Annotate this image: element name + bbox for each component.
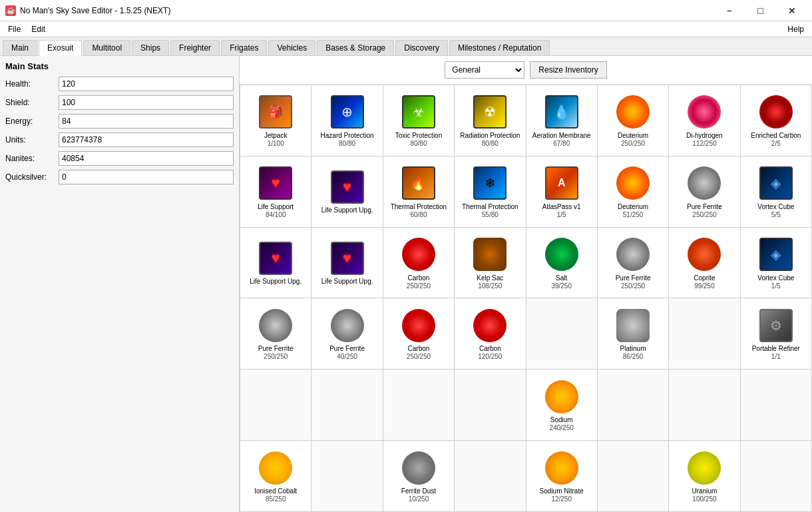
inventory-cell-15[interactable]: ◈ Vortex Cube 5/5 [741,156,812,228]
inventory-cell-23[interactable]: ◈ Vortex Cube 1/5 [741,228,812,299]
quicksilver-input[interactable] [59,170,234,184]
item-icon-42 [400,449,437,486]
inventory-cell-0[interactable]: 🎒 Jetpack 1/100 [240,85,311,156]
tab-freighter[interactable]: Freighter [170,40,220,55]
item-icon-36 [543,378,580,415]
inventory-cell-12[interactable]: A AtlasPass v1 1/5 [526,156,598,228]
menu-edit[interactable]: Edit [26,23,51,35]
minimize-button[interactable]: − [714,3,744,19]
inventory-cell-22[interactable]: Coprite 99/250 [669,228,740,299]
item-icon-16: ♥ [258,240,294,276]
menu-bar: File Edit Help [0,21,812,37]
tab-bar: Main Exosuit Multitool Ships Freighter F… [0,37,812,56]
item-count-19: 108/250 [478,282,502,290]
tab-multitool[interactable]: Multitool [83,40,130,55]
inventory-cell-6[interactable]: Di-hydrogen 112/250 [669,85,740,156]
inventory-cell-46[interactable]: Uranium 100/250 [669,441,740,512]
inventory-cell-19[interactable]: Kelp Sac 108/250 [455,228,526,299]
item-name-2: Toxic Protection [395,132,443,140]
inventory-cell-30[interactable] [669,298,740,370]
inventory-cell-29[interactable]: Platinum 86/250 [598,298,669,370]
item-name-18: Carbon [408,274,430,282]
inventory-cell-4[interactable]: 💧 Aeration Membrane 67/80 [526,85,598,156]
inventory-cell-35[interactable] [455,370,526,441]
item-name-42: Ferrite Dust [401,487,436,495]
inventory-cell-47[interactable] [741,441,812,512]
inventory-cell-33[interactable] [311,370,383,441]
item-icon-13 [615,165,652,202]
item-name-40: Ionised Cobalt [254,487,297,495]
inventory-cell-10[interactable]: 🔥 Thermal Protection 60/80 [383,156,455,228]
inventory-cell-31[interactable]: ⚙ Portable Refiner 1/1 [741,298,812,370]
title-bar: ☕ No Man's Sky Save Editor - 1.5.25 (NEX… [0,0,812,21]
inventory-cell-13[interactable]: Deuterium 51/250 [598,156,669,228]
inventory-cell-21[interactable]: Pure Ferrite 250/250 [598,228,669,299]
item-name-0: Jetpack [264,132,287,140]
inventory-cell-16[interactable]: ♥ Life Support Upg. [240,228,311,299]
tab-frigates[interactable]: Frigates [221,40,267,55]
inventory-type-dropdown[interactable]: General Cargo Technology [445,61,524,79]
inventory-cell-34[interactable] [383,370,455,441]
tab-milestones[interactable]: Milestones / Reputation [449,40,550,55]
inventory-cell-17[interactable]: ♥ Life Support Upg. [311,228,383,299]
inventory-cell-38[interactable] [669,370,740,441]
inventory-cell-1[interactable]: ⊕ Hazard Protection 80/80 [311,85,383,156]
item-count-29: 86/250 [623,353,644,360]
maximize-button[interactable]: □ [745,3,775,19]
inventory-cell-14[interactable]: Pure Ferrite 250/250 [669,156,740,228]
inventory-cell-39[interactable] [741,370,812,441]
inventory-cell-42[interactable]: Ferrite Dust 10/250 [383,441,455,512]
inventory-cell-2[interactable]: ☣ Toxic Protection 80/80 [383,85,455,156]
resize-inventory-button[interactable]: Resize Inventory [530,61,606,79]
tab-discovery[interactable]: Discovery [395,40,448,55]
tab-main[interactable]: Main [3,40,37,55]
inventory-cell-27[interactable]: Carbon 120/250 [455,298,526,370]
item-icon-29 [615,307,652,344]
item-count-13: 51/250 [623,211,644,218]
units-input[interactable] [59,132,234,147]
inventory-cell-45[interactable] [598,441,669,512]
tab-bases-storage[interactable]: Bases & Storage [317,40,394,55]
menu-help[interactable]: Help [782,23,809,35]
item-name-44: Sodium Nitrate [540,487,584,495]
inventory-cell-24[interactable]: Pure Ferrite 250/250 [240,298,311,370]
inventory-cell-37[interactable] [598,370,669,441]
inventory-cell-9[interactable]: ♥ Life Support Upg. [311,156,383,228]
item-name-19: Kelp Sac [477,274,503,282]
inventory-cell-36[interactable]: Sodium 240/250 [526,370,598,441]
inventory-cell-32[interactable] [240,370,311,441]
item-icon-3: ☢ [472,94,508,130]
shield-input[interactable] [59,95,234,110]
menu-items: File Edit [3,23,51,35]
health-input[interactable] [59,77,234,91]
inventory-cell-18[interactable]: Carbon 250/250 [383,228,455,299]
item-icon-26 [400,307,437,344]
tab-exosuit[interactable]: Exosuit [39,40,82,56]
inventory-grid: 🎒 Jetpack 1/100 ⊕ Hazard Protection 80/8… [240,85,812,512]
inventory-cell-8[interactable]: ♥ Life Support 84/100 [240,156,311,228]
menu-file[interactable]: File [3,23,26,35]
inventory-cell-43[interactable] [455,441,526,512]
inventory-cell-26[interactable]: Carbon 250/250 [383,298,455,370]
item-count-44: 12/250 [551,495,572,503]
item-count-22: 99/250 [694,282,715,290]
item-name-17: Life Support Upg. [321,278,373,286]
close-button[interactable]: ✕ [777,3,807,19]
inventory-cell-41[interactable] [311,441,383,512]
inventory-cell-44[interactable]: Sodium Nitrate 12/250 [526,441,598,512]
item-name-25: Pure Ferrite [329,345,365,353]
item-name-6: Di-hydrogen [686,132,722,140]
inventory-cell-20[interactable]: Salt 39/250 [526,228,598,299]
item-name-26: Carbon [408,345,430,353]
inventory-cell-28[interactable] [526,298,598,370]
inventory-cell-11[interactable]: ❄ Thermal Protection 55/80 [455,156,526,228]
energy-input[interactable] [59,114,234,128]
nanites-input[interactable] [59,151,234,166]
inventory-cell-40[interactable]: Ionised Cobalt 85/250 [240,441,311,512]
tab-ships[interactable]: Ships [132,40,169,55]
inventory-cell-25[interactable]: Pure Ferrite 40/250 [311,298,383,370]
inventory-cell-3[interactable]: ☢ Radiation Protection 80/80 [455,85,526,156]
inventory-cell-7[interactable]: Enriched Carbon 2/5 [741,85,812,156]
tab-vehicles[interactable]: Vehicles [268,40,315,55]
inventory-cell-5[interactable]: Deuterium 250/250 [598,85,669,156]
